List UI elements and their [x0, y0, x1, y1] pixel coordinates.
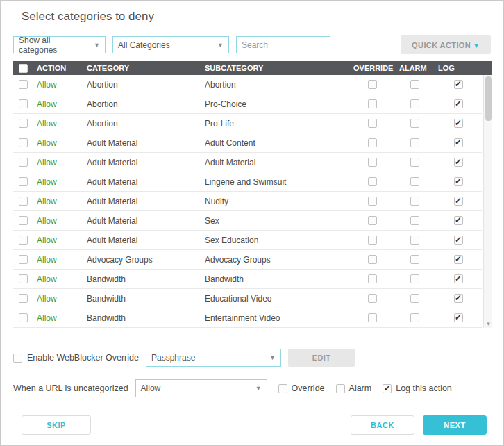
- row-subcategory: Adult Content: [201, 138, 349, 148]
- uncategorized-action-dropdown[interactable]: Allow ▼: [135, 379, 267, 397]
- scrollbar-thumb[interactable]: [485, 76, 492, 121]
- row-select-checkbox[interactable]: [19, 274, 28, 283]
- skip-button[interactable]: SKIP: [22, 415, 91, 435]
- override-method-value: Passphrase: [151, 353, 195, 363]
- row-log-checkbox[interactable]: [454, 119, 463, 128]
- table-row: Allow Bandwidth Bandwidth: [13, 270, 482, 289]
- row-alarm-checkbox[interactable]: [410, 80, 419, 89]
- header-alarm: ALARM: [395, 64, 434, 72]
- uncategorized-log-checkbox[interactable]: [383, 384, 392, 393]
- row-override-checkbox[interactable]: [368, 119, 377, 128]
- table-row: Allow Adult Material Sex: [13, 211, 482, 231]
- row-subcategory: Nudity: [201, 197, 349, 206]
- row-log-checkbox[interactable]: [454, 138, 463, 147]
- row-subcategory: Educational Video: [201, 294, 349, 304]
- row-action: Allow: [33, 294, 83, 304]
- table-row: Allow Bandwidth Educational Video: [13, 289, 482, 308]
- row-log-checkbox[interactable]: [454, 216, 463, 225]
- row-log-checkbox[interactable]: [454, 158, 463, 167]
- row-log-checkbox[interactable]: [454, 274, 463, 283]
- row-select-checkbox[interactable]: [19, 294, 28, 303]
- row-select-checkbox[interactable]: [19, 177, 28, 186]
- row-log-checkbox[interactable]: [454, 255, 463, 264]
- row-subcategory: Abortion: [201, 80, 349, 90]
- enable-override-checkbox[interactable]: [13, 354, 22, 363]
- footer-bar: SKIP BACK NEXT: [1, 406, 503, 445]
- row-action: Allow: [33, 158, 83, 167]
- row-override-checkbox[interactable]: [368, 138, 377, 147]
- row-override-checkbox[interactable]: [368, 80, 377, 89]
- row-alarm-checkbox[interactable]: [410, 313, 419, 322]
- row-action: Allow: [33, 236, 83, 245]
- row-category: Abortion: [83, 99, 201, 109]
- row-log-checkbox[interactable]: [454, 236, 463, 245]
- row-override-checkbox[interactable]: [368, 313, 377, 322]
- row-override-checkbox[interactable]: [368, 216, 377, 225]
- table-scrollbar[interactable]: ▼: [483, 75, 492, 328]
- uncategorized-override-option: Override: [278, 383, 325, 393]
- row-override-checkbox[interactable]: [368, 274, 377, 283]
- row-select-checkbox[interactable]: [19, 80, 28, 89]
- row-alarm-checkbox[interactable]: [410, 216, 419, 225]
- edit-button[interactable]: EDIT: [288, 349, 355, 367]
- row-action: Allow: [33, 119, 83, 129]
- quick-action-button[interactable]: QUICK ACTION ▼: [401, 35, 491, 54]
- row-alarm-checkbox[interactable]: [410, 138, 419, 147]
- row-action: Allow: [33, 99, 83, 109]
- row-category: Adult Material: [83, 177, 201, 187]
- row-alarm-checkbox[interactable]: [410, 119, 419, 128]
- row-alarm-checkbox[interactable]: [410, 236, 419, 245]
- row-category: Adult Material: [83, 197, 201, 206]
- row-alarm-checkbox[interactable]: [410, 158, 419, 167]
- row-subcategory: Sex: [201, 216, 349, 226]
- row-select-checkbox[interactable]: [19, 216, 28, 225]
- row-alarm-checkbox[interactable]: [410, 274, 419, 283]
- row-alarm-checkbox[interactable]: [410, 255, 419, 264]
- uncategorized-override-checkbox[interactable]: [278, 384, 287, 393]
- row-override-checkbox[interactable]: [368, 294, 377, 303]
- row-select-checkbox[interactable]: [19, 99, 28, 108]
- row-log-checkbox[interactable]: [454, 197, 463, 206]
- row-select-checkbox[interactable]: [19, 313, 28, 322]
- row-override-checkbox[interactable]: [368, 197, 377, 206]
- row-log-checkbox[interactable]: [454, 313, 463, 322]
- categories-table: ACTION CATEGORY SUBCATEGORY OVERRIDE ALA…: [13, 61, 492, 328]
- row-subcategory: Sex Education: [201, 236, 349, 245]
- row-override-checkbox[interactable]: [368, 255, 377, 264]
- uncategorized-alarm-checkbox[interactable]: [336, 384, 345, 393]
- row-select-checkbox[interactable]: [19, 236, 28, 245]
- row-override-checkbox[interactable]: [368, 158, 377, 167]
- table-row: Allow Abortion Abortion: [13, 75, 482, 94]
- row-override-checkbox[interactable]: [368, 236, 377, 245]
- uncategorized-alarm-label: Alarm: [349, 383, 372, 393]
- row-alarm-checkbox[interactable]: [410, 197, 419, 206]
- row-action: Allow: [33, 216, 83, 226]
- row-select-checkbox[interactable]: [19, 119, 28, 128]
- row-alarm-checkbox[interactable]: [410, 294, 419, 303]
- row-log-checkbox[interactable]: [454, 99, 463, 108]
- uncategorized-row: When a URL is uncategorized Allow ▼ Over…: [13, 379, 491, 397]
- row-alarm-checkbox[interactable]: [410, 99, 419, 108]
- category-filter-dropdown[interactable]: All Categories ▼: [112, 36, 229, 53]
- next-button[interactable]: NEXT: [423, 415, 487, 435]
- row-select-checkbox[interactable]: [19, 138, 28, 147]
- search-input[interactable]: [236, 36, 330, 53]
- row-select-checkbox[interactable]: [19, 255, 28, 264]
- chevron-down-icon: ▼: [217, 42, 224, 49]
- override-method-dropdown[interactable]: Passphrase ▼: [146, 349, 281, 367]
- row-log-checkbox[interactable]: [454, 177, 463, 186]
- row-subcategory: Bandwidth: [201, 274, 349, 284]
- row-override-checkbox[interactable]: [368, 99, 377, 108]
- scrollbar-down-arrow-icon[interactable]: ▼: [484, 321, 493, 327]
- row-log-checkbox[interactable]: [454, 294, 463, 303]
- show-categories-dropdown[interactable]: Show all categories ▼: [13, 36, 106, 53]
- row-log-checkbox[interactable]: [454, 80, 463, 89]
- back-button[interactable]: BACK: [351, 415, 414, 435]
- row-override-checkbox[interactable]: [368, 177, 377, 186]
- table-row: Allow Adult Material Adult Content: [13, 133, 482, 153]
- row-alarm-checkbox[interactable]: [410, 177, 419, 186]
- chevron-down-icon: ▼: [269, 354, 276, 361]
- row-select-checkbox[interactable]: [19, 158, 28, 167]
- row-select-checkbox[interactable]: [19, 197, 28, 206]
- select-all-checkbox[interactable]: [19, 64, 28, 73]
